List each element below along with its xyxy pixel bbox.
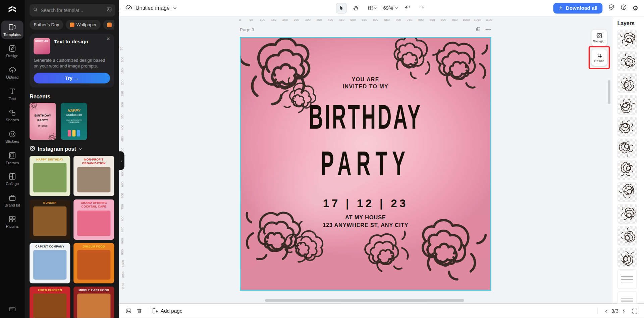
- layer-thumbnail[interactable]: [617, 226, 637, 245]
- ruler-tick: 350: [120, 113, 124, 119]
- chevron-down-icon: [78, 147, 82, 151]
- rail-item[interactable]: Stickers: [1, 127, 23, 146]
- filter-chip[interactable]: Father's Day: [30, 20, 63, 30]
- filter-chip[interactable]: E: [103, 20, 114, 30]
- ruler-tick: 550: [362, 18, 367, 22]
- image-search-icon[interactable]: [106, 7, 112, 14]
- search-box: [30, 4, 115, 16]
- previous-page-icon[interactable]: ‹: [605, 308, 607, 314]
- add-page-button[interactable]: Add page: [152, 308, 182, 314]
- template-thumbnail[interactable]: DIMSUM FOOD: [73, 243, 114, 283]
- recent-design-graduation[interactable]: HAPPY Graduation JOIN WITH US TO CELEBRA…: [61, 103, 87, 140]
- template-thumbnail[interactable]: NON-PROFIT ORGANIZATION: [73, 156, 114, 196]
- template-thumbnail[interactable]: FRIED CHICKEN: [30, 287, 70, 318]
- instagram-post-title: Instagram post: [38, 146, 76, 152]
- ruler-tick: 800: [120, 216, 124, 221]
- layer-thumbnail[interactable]: [617, 291, 637, 304]
- layer-thumbnail[interactable]: [617, 269, 637, 289]
- rail-item[interactable]: Brand kit: [1, 191, 23, 210]
- ruler-tick: 1000: [121, 260, 125, 267]
- ruler-tick: 750: [407, 18, 412, 22]
- ruler-tick: 700: [120, 193, 124, 198]
- cloud-save-icon[interactable]: [125, 3, 132, 12]
- download-all-button[interactable]: Download all: [553, 3, 602, 13]
- recent-design-birthday[interactable]: BIRTHDAY PARTY 17 | 12 | 23: [30, 103, 56, 140]
- ruler-tick: 1000: [463, 18, 470, 22]
- invitation-intro-text[interactable]: YOU ARE INVITED TO MY: [241, 77, 490, 90]
- rail-item[interactable]: Plugins: [1, 213, 23, 231]
- instagram-icon: [30, 146, 35, 153]
- document-title[interactable]: Untitled image: [136, 5, 170, 11]
- rail-item[interactable]: Text: [1, 85, 23, 103]
- ruler-tick: 250: [294, 18, 299, 22]
- zoom-control[interactable]: 69%: [383, 5, 398, 11]
- duplicate-page-icon[interactable]: [476, 26, 481, 32]
- layer-thumbnail[interactable]: [617, 73, 637, 93]
- select-tool-button[interactable]: [336, 3, 347, 13]
- next-page-icon[interactable]: ›: [623, 308, 625, 314]
- ruler-tick: 400: [120, 125, 124, 130]
- capcut-logo[interactable]: [7, 4, 18, 15]
- duplicate-page-icon[interactable]: [123, 306, 134, 316]
- fullscreen-icon[interactable]: [629, 306, 640, 316]
- layer-thumbnail[interactable]: [617, 204, 637, 224]
- resize-tool-button[interactable]: Resize: [591, 49, 607, 66]
- design-canvas-page-3[interactable]: YOU ARE INVITED TO MY BIRTHDAY PARTY 17 …: [240, 37, 491, 291]
- flower-layer-preview: [618, 161, 636, 179]
- horizontal-scrollbar[interactable]: [265, 299, 464, 302]
- hand-tool-button[interactable]: [350, 3, 361, 13]
- layer-thumbnail[interactable]: [617, 182, 637, 202]
- invitation-title-birthday[interactable]: BIRTHDAY: [259, 99, 472, 134]
- ruler-tick: 50: [119, 46, 123, 50]
- vertical-scrollbar[interactable]: [608, 80, 610, 104]
- search-input[interactable]: [41, 8, 104, 13]
- invitation-date-text[interactable]: 17 | 12 | 23: [241, 197, 490, 210]
- background-tool-button[interactable]: Backgr...: [591, 30, 607, 46]
- flower-layer-preview: [619, 118, 636, 136]
- delete-page-icon[interactable]: [134, 306, 145, 316]
- template-thumbnail[interactable]: MIDDLE EAST FOOD: [73, 287, 114, 318]
- keyboard-shortcuts-icon[interactable]: [9, 306, 16, 315]
- template-thumbnail[interactable]: BURGER: [30, 199, 70, 240]
- settings-gear-icon[interactable]: ⚙: [632, 5, 638, 11]
- text-to-design-card[interactable]: ✕ Beauty Care Text to design Generate a …: [30, 34, 114, 88]
- chevron-down-icon[interactable]: [173, 6, 177, 10]
- invitation-address-line2[interactable]: 123 ANYWHERE ST, ANY CITY: [241, 222, 490, 228]
- rail-item[interactable]: Design: [1, 42, 23, 60]
- help-icon[interactable]: [620, 4, 627, 12]
- filter-chip[interactable]: Wallpaper: [66, 20, 101, 30]
- layer-thumbnail[interactable]: [617, 30, 637, 49]
- rail-item[interactable]: Shapes: [1, 106, 23, 125]
- try-button[interactable]: Try →: [34, 73, 110, 84]
- page-indicator: 3/3: [611, 308, 619, 314]
- template-thumbnail[interactable]: Happy Birthday: [30, 156, 70, 196]
- upload-icon: [8, 66, 16, 74]
- rail-item[interactable]: Upload: [1, 63, 23, 82]
- layer-thumbnail[interactable]: [617, 247, 637, 267]
- close-icon[interactable]: ✕: [106, 37, 110, 42]
- redo-icon[interactable]: ↷: [417, 3, 427, 13]
- layer-thumbnail[interactable]: [617, 161, 637, 180]
- undo-icon[interactable]: ↶: [402, 3, 413, 13]
- layer-thumbnail[interactable]: [617, 51, 637, 71]
- flower-sketch[interactable]: [360, 221, 422, 283]
- layout-grid-button[interactable]: [365, 3, 379, 13]
- template-thumbnail[interactable]: CAPCUT COMPANY: [30, 243, 70, 283]
- layer-thumbnail[interactable]: [617, 95, 637, 115]
- layer-thumbnail[interactable]: [617, 139, 637, 158]
- ruler-tick: 200: [120, 80, 124, 85]
- layer-thumbnail[interactable]: [617, 117, 637, 137]
- ruler-tick: 150: [271, 18, 276, 22]
- invitation-address-line1[interactable]: AT MY HOUSE: [241, 214, 490, 220]
- rail-item[interactable]: Templates: [1, 20, 23, 39]
- invitation-title-party[interactable]: PARTY: [259, 146, 472, 181]
- panel-collapse-handle[interactable]: ‹: [119, 151, 124, 170]
- rail-item[interactable]: Frames: [1, 149, 23, 167]
- template-label: FRIED CHICKEN: [30, 287, 70, 292]
- instagram-post-section[interactable]: Instagram post: [30, 146, 114, 153]
- privacy-shield-icon[interactable]: [608, 4, 615, 12]
- more-options-icon[interactable]: •••: [485, 27, 491, 32]
- template-thumbnail[interactable]: GRAND OPENING COCKTAIL CAFE: [73, 199, 114, 240]
- rail-item[interactable]: Collage: [1, 170, 23, 188]
- ruler-tick: 600: [373, 18, 378, 22]
